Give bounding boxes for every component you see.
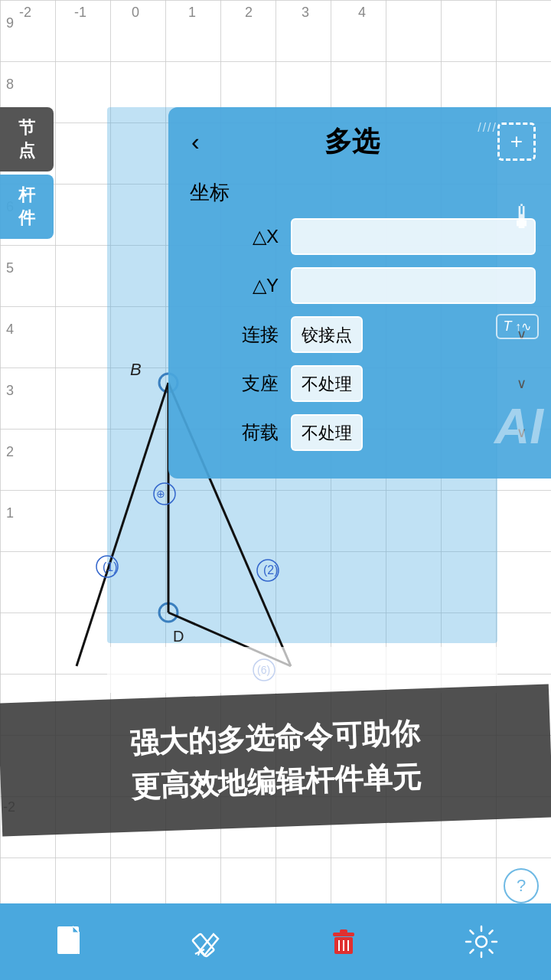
pencil-icon <box>191 925 224 959</box>
svg-text:(1): (1) <box>103 560 118 573</box>
trash-icon <box>327 925 360 959</box>
svg-point-48 <box>476 936 487 947</box>
svg-text:(2): (2) <box>263 564 279 577</box>
svg-text:1: 1 <box>6 505 14 521</box>
svg-text:2: 2 <box>245 5 253 20</box>
svg-text:4: 4 <box>6 322 14 337</box>
connection-label: 连接 <box>184 322 291 347</box>
t-label: T <box>504 318 512 334</box>
dot-3 <box>531 12 539 20</box>
more-menu[interactable] <box>507 12 539 20</box>
svg-text:D: D <box>173 628 184 645</box>
connection-row: 连接 铰接点 刚接点 不处理 <box>184 316 536 353</box>
new-file-icon <box>51 923 88 960</box>
svg-text:0: 0 <box>132 5 139 20</box>
delta-y-label: △Y <box>184 275 291 296</box>
svg-text:4: 4 <box>358 5 366 20</box>
sidebar-tab-node[interactable]: 节点 <box>0 107 54 172</box>
gear-icon <box>463 923 500 960</box>
coordinate-section-label: 坐标 <box>190 179 536 206</box>
edit-button[interactable] <box>191 925 224 959</box>
support-row: 支座 不处理 固定铰 活动铰 固定端 <box>184 365 536 402</box>
svg-text:-2: -2 <box>19 5 31 20</box>
support-label: 支座 <box>184 371 291 396</box>
right-panel: ‹ 多选 + 坐标 △X △Y 连接 铰接点 刚接点 不处理 支座 不处理 固定… <box>168 107 551 479</box>
settings-button[interactable] <box>463 923 500 960</box>
delta-x-input[interactable] <box>291 218 536 255</box>
sidebar: 节点 杆件 <box>0 107 54 242</box>
svg-text:5: 5 <box>6 260 14 276</box>
add-button[interactable]: + <box>497 122 536 161</box>
svg-text:⊕: ⊕ <box>156 488 165 500</box>
svg-text:-1: -1 <box>74 5 86 20</box>
connection-select[interactable]: 铰接点 刚接点 不处理 <box>291 316 363 353</box>
delta-x-row: △X <box>184 218 536 255</box>
delta-y-row: △Y <box>184 267 536 304</box>
thermometer-icon: 🌡 <box>507 199 539 236</box>
dot-2 <box>519 12 527 20</box>
load-row: 荷载 不处理 集中力 分布力 <box>184 414 536 451</box>
overlay-banner: 强大的多选命令可助你 更高效地编辑杆件单元 <box>0 684 551 836</box>
back-button[interactable]: ‹ <box>184 125 207 159</box>
ai-label: AI <box>494 398 543 455</box>
svg-rect-43 <box>340 929 347 933</box>
support-select-wrapper: 不处理 固定铰 活动铰 固定端 <box>291 365 536 402</box>
load-select[interactable]: 不处理 集中力 分布力 <box>291 414 363 451</box>
svg-text:8: 8 <box>6 77 14 92</box>
delta-x-label: △X <box>184 226 291 247</box>
svg-text:9: 9 <box>6 15 14 31</box>
new-file-button[interactable] <box>51 923 88 960</box>
svg-rect-36 <box>107 647 497 693</box>
wave-symbol: ↑∿ <box>515 320 531 333</box>
svg-text:B: B <box>130 360 142 379</box>
delta-y-input[interactable] <box>291 267 536 304</box>
hatch-pattern: //// <box>478 121 497 135</box>
wave-chart-icon[interactable]: T ↑∿ <box>496 314 539 339</box>
bottom-toolbar <box>0 903 551 980</box>
svg-text:2: 2 <box>6 444 14 459</box>
dot-1 <box>507 12 514 20</box>
panel-title: 多选 <box>207 123 497 161</box>
load-label: 荷载 <box>184 420 291 445</box>
support-select[interactable]: 不处理 固定铰 活动铰 固定端 <box>291 365 363 402</box>
svg-text:3: 3 <box>302 5 309 20</box>
svg-text:3: 3 <box>6 383 14 398</box>
sidebar-tab-member[interactable]: 杆件 <box>0 175 54 239</box>
svg-text:1: 1 <box>188 5 196 20</box>
delete-button[interactable] <box>327 925 360 959</box>
